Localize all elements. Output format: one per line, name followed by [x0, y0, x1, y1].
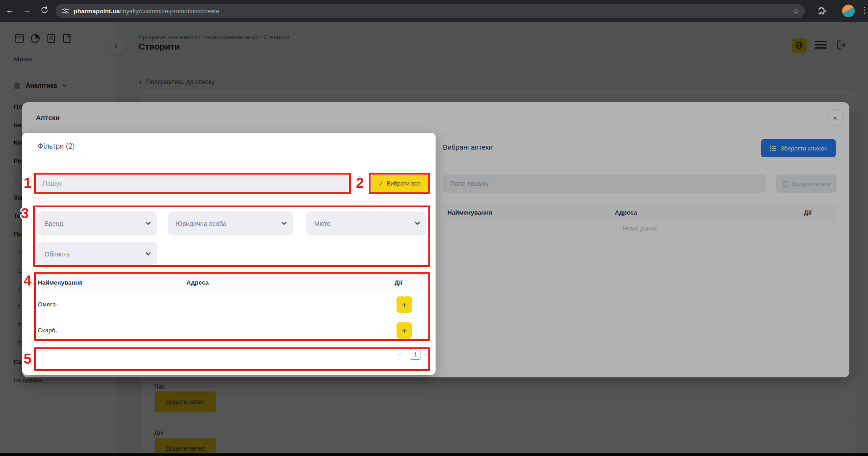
- browser-back-icon[interactable]: ←: [5, 5, 14, 16]
- annotation-number-4: 4: [24, 273, 31, 289]
- address-bar[interactable]: pharmapoint.ua/loyalty/customize-promoti…: [55, 4, 805, 18]
- search-row-divider: [29, 201, 429, 202]
- browser-toolbar: ← → pharmapoint.ua/loyalty/customize-pro…: [0, 0, 868, 22]
- browser-menu-icon[interactable]: ⋮: [860, 5, 868, 15]
- browser-forward-icon[interactable]: →: [23, 5, 31, 16]
- extensions-puzzle-icon[interactable]: [817, 6, 827, 15]
- annotation-box-3: [33, 205, 430, 267]
- bookmark-star-icon[interactable]: ☆: [793, 6, 799, 16]
- annotation-number-3: 3: [21, 205, 29, 222]
- url-path: /loyalty/customize-promotions/create: [120, 8, 219, 15]
- annotation-number-1: 1: [24, 175, 31, 191]
- filters-title: Фільтри (2): [38, 142, 75, 150]
- screen: ← → pharmapoint.ua/loyalty/customize-pro…: [0, 0, 868, 456]
- filters-divider: [22, 164, 436, 164]
- toolbar-separator: [836, 7, 836, 15]
- annotation-box-1: [34, 173, 351, 194]
- annotation-box-2: [369, 173, 430, 194]
- annotation-box-4: [34, 272, 430, 341]
- site-settings-icon[interactable]: [62, 7, 69, 15]
- annotation-number-5: 5: [24, 351, 31, 367]
- annotation-number-2: 2: [356, 175, 364, 191]
- url-text[interactable]: pharmapoint.ua/loyalty/customize-promoti…: [74, 8, 219, 15]
- profile-avatar[interactable]: [842, 4, 855, 18]
- url-domain: pharmapoint.ua: [74, 8, 120, 15]
- browser-reload-icon[interactable]: [40, 5, 49, 15]
- annotation-box-5: [34, 347, 430, 371]
